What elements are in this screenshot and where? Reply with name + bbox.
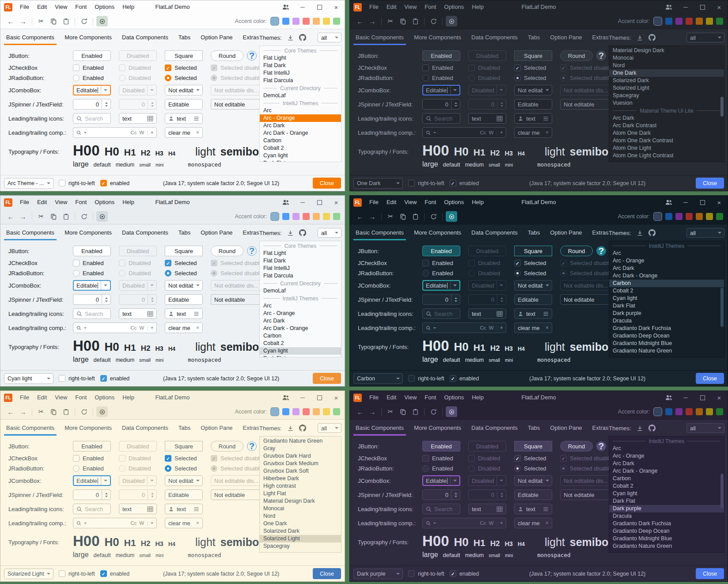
theme-selector[interactable]: Carbon [353, 373, 403, 384]
tab-basic-components[interactable]: Basic Components [4, 226, 57, 240]
theme-list-item[interactable]: Monocai [609, 54, 724, 62]
users-icon[interactable] [660, 0, 677, 14]
menu-font[interactable]: Font [421, 196, 440, 209]
minimize-button[interactable] [294, 196, 311, 209]
tab-extras[interactable]: Extras [241, 31, 262, 45]
accent-swatch-3[interactable] [292, 408, 300, 415]
spinner[interactable]: 0 [422, 99, 460, 110]
search-options-field[interactable]: Cc W | * [422, 322, 506, 333]
paste-icon[interactable] [410, 406, 421, 417]
theme-list-item[interactable]: DemoLaf [260, 287, 341, 295]
download-icon[interactable] [637, 230, 643, 236]
github-icon[interactable] [648, 229, 656, 236]
theme-list-item[interactable]: Arc Dark Contrast [609, 122, 724, 129]
menu-edit[interactable]: Edit [383, 0, 400, 14]
match-case-button[interactable]: Cc [130, 520, 136, 526]
accent-swatch-4[interactable] [686, 408, 693, 415]
github-icon[interactable] [299, 229, 306, 236]
table-icon[interactable] [147, 116, 153, 121]
theme-list-item[interactable]: Cobalt 2 [609, 482, 724, 490]
menu-file[interactable]: File [16, 391, 33, 404]
users-icon[interactable] [660, 196, 677, 209]
theme-list-item[interactable]: Atom One Light Contrast [609, 152, 724, 159]
menu-help[interactable]: Help [118, 196, 138, 209]
chevron-down-icon[interactable] [84, 132, 87, 133]
help-button-primary[interactable]: ? [247, 246, 257, 256]
theme-list-item[interactable]: Gruvbox Dark Hard [260, 452, 341, 460]
text-input-calendar[interactable]: text [468, 113, 506, 124]
theme-list-item[interactable]: Cyan light [609, 490, 724, 497]
theme-list-item[interactable]: Cyan light [260, 347, 341, 355]
theme-list-item[interactable]: Gradianto Nature Green [609, 542, 724, 550]
theme-list-item[interactable]: Arc Dark - Orange [260, 129, 341, 137]
combobox-not-editable[interactable]: Not editable [514, 280, 552, 291]
clear-icon[interactable]: × [546, 520, 549, 526]
back-button[interactable]: ← [354, 16, 366, 27]
enabled-button[interactable]: Enabled [73, 246, 111, 256]
forward-button[interactable]: → [17, 406, 29, 417]
themes-filter-select[interactable]: all [686, 33, 724, 42]
minimize-button[interactable] [294, 0, 311, 14]
users-icon[interactable] [660, 391, 677, 404]
tab-extras[interactable]: Extras [590, 226, 611, 240]
match-case-button[interactable]: Cc [130, 325, 136, 330]
refresh-icon[interactable] [78, 406, 90, 417]
spinner[interactable]: 0 [422, 489, 460, 500]
accent-swatch-4[interactable] [686, 213, 693, 220]
menu-options[interactable]: Options [440, 0, 468, 14]
tab-tabs[interactable]: Tabs [526, 226, 542, 240]
enabled-checkbox[interactable]: ✓ [450, 570, 456, 577]
theme-list-item[interactable]: Arc [609, 445, 724, 452]
minimize-button[interactable] [294, 391, 311, 404]
clear-me-field[interactable]: clear me × [165, 127, 203, 138]
square-button[interactable]: Square [514, 50, 552, 61]
textfield-editable[interactable]: Editable [165, 489, 203, 500]
eye-toggle-icon[interactable] [446, 211, 457, 222]
match-case-button[interactable]: Cc [130, 130, 136, 135]
tab-data-components[interactable]: Data Components [469, 226, 520, 240]
tab-more-components[interactable]: More Components [412, 31, 463, 45]
tab-more-components[interactable]: More Components [62, 421, 114, 436]
accent-swatch-1[interactable] [653, 17, 662, 26]
menu-edit[interactable]: Edit [383, 196, 400, 209]
forward-button[interactable]: → [17, 16, 29, 27]
rtl-checkbox[interactable] [408, 375, 415, 382]
maximize-button[interactable] [694, 196, 711, 209]
search-input[interactable]: Search [73, 113, 111, 124]
github-icon[interactable] [648, 34, 656, 41]
theme-list-item[interactable]: Nord [260, 512, 341, 520]
theme-list-item[interactable]: Hiberbee Dark [260, 475, 341, 482]
theme-list-item[interactable]: Dracula [609, 512, 724, 520]
radio-selected[interactable] [165, 270, 171, 277]
paste-icon[interactable] [60, 211, 72, 222]
enabled-checkbox[interactable]: ✓ [100, 180, 107, 186]
cut-icon[interactable]: ✂ [35, 211, 47, 222]
radio-selected[interactable] [165, 75, 171, 81]
menu-edit[interactable]: Edit [33, 196, 51, 209]
close-button[interactable]: Close [696, 178, 724, 189]
accent-swatch-3[interactable] [675, 18, 682, 25]
tab-tabs[interactable]: Tabs [176, 226, 193, 240]
menu-file[interactable]: File [365, 196, 383, 209]
accent-swatch-6[interactable] [706, 408, 713, 415]
menu-file[interactable]: File [16, 0, 33, 14]
combobox-not-editable[interactable]: Not editable [514, 475, 552, 486]
back-button[interactable]: ← [354, 406, 366, 417]
match-case-button[interactable]: Cc [480, 325, 486, 330]
cut-icon[interactable]: ✂ [35, 406, 47, 417]
search-options-field[interactable]: Cc W | * [422, 127, 506, 138]
accent-swatch-2[interactable] [665, 213, 672, 220]
copy-icon[interactable] [397, 406, 409, 417]
whole-words-button[interactable]: W [139, 520, 144, 526]
enabled-button[interactable]: Enabled [422, 441, 460, 451]
tab-tabs[interactable]: Tabs [176, 421, 193, 436]
github-icon[interactable] [648, 425, 656, 432]
menu-view[interactable]: View [400, 196, 421, 209]
theme-selector[interactable]: One Dark [353, 178, 403, 189]
tab-more-components[interactable]: More Components [62, 31, 114, 45]
table-icon[interactable] [147, 311, 153, 317]
regex-button[interactable]: * [151, 522, 153, 526]
menu-font[interactable]: Font [421, 391, 440, 404]
spinner[interactable]: 0 [73, 294, 111, 305]
search-options-field[interactable]: Cc W | * [73, 518, 157, 528]
